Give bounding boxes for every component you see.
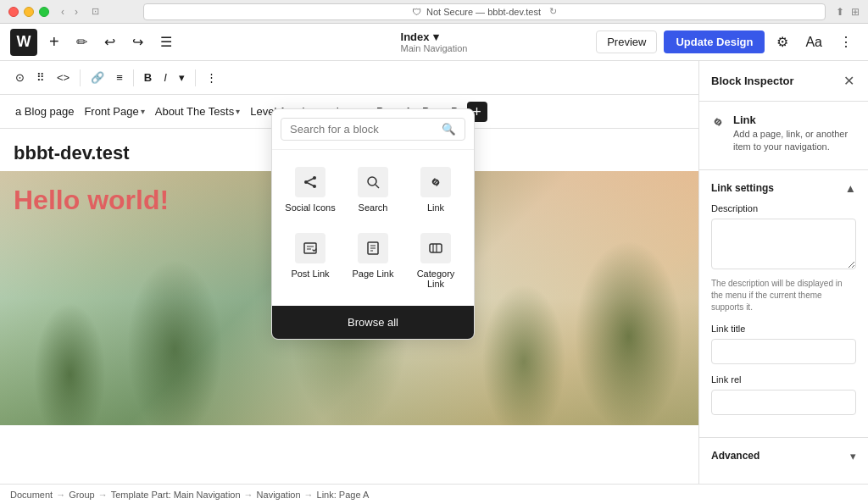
status-template-part[interactable]: Template Part: Main Navigation <box>111 490 241 500</box>
page-link-label: Page Link <box>353 269 394 279</box>
link-block-label: Link <box>427 202 444 213</box>
code-view-button[interactable]: <> <box>52 68 75 87</box>
search-block-label: Search <box>359 202 388 213</box>
undo-button[interactable]: ↩ <box>99 30 120 53</box>
advanced-toggle[interactable]: ▾ <box>850 450 856 462</box>
link-info-desc: Add a page, link, or another item to you… <box>733 128 856 154</box>
minimize-traffic-light[interactable] <box>24 7 34 17</box>
svg-line-6 <box>376 185 379 188</box>
list-view-button[interactable]: ☰ <box>155 30 177 53</box>
description-label: Description <box>711 203 856 213</box>
link-rel-input[interactable] <box>711 390 856 415</box>
settings-button[interactable]: ⚙ <box>771 30 793 53</box>
nav-item-blog[interactable]: a Blog page <box>14 102 75 121</box>
link-info-text: Link Add a page, link, or another item t… <box>733 114 856 154</box>
maximize-traffic-light[interactable] <box>39 7 49 17</box>
post-link-block[interactable]: Post Link <box>281 224 340 297</box>
link-title-input[interactable] <box>711 339 856 364</box>
status-group[interactable]: Group <box>69 490 95 500</box>
hello-world-text[interactable]: Hello world! <box>14 185 169 216</box>
mac-titlebar: ‹ › ⊡ 🛡 Not Secure — bbbt-dev.test ↻ ⬆ ⊞ <box>0 0 868 24</box>
link-settings-section: Link settings ▲ Description The descript… <box>699 170 868 438</box>
bold-button[interactable]: B <box>139 68 157 87</box>
wp-editor: W + ✏ ↩ ↪ ☰ Index ▾ Main Navigation Prev… <box>0 24 868 504</box>
block-search-input[interactable] <box>290 123 442 136</box>
description-field: Description The description will be disp… <box>711 203 856 313</box>
status-link-page-a[interactable]: Link: Page A <box>317 490 370 500</box>
indent-button[interactable]: ≡ <box>111 68 128 87</box>
wp-logo[interactable]: W <box>10 29 37 56</box>
page-title-button[interactable]: Index ▾ <box>401 30 468 43</box>
status-sep-3: → <box>244 490 253 500</box>
link-block-icon <box>420 167 451 197</box>
update-design-button[interactable]: Update Design <box>664 30 765 53</box>
link-info: Link Add a page, link, or another item t… <box>711 114 856 154</box>
status-sep-4: → <box>304 490 314 500</box>
status-sep-1: → <box>56 490 65 500</box>
separator-3 <box>195 69 196 86</box>
link-rel-label: Link rel <box>711 374 856 385</box>
close-traffic-light[interactable] <box>8 7 19 17</box>
link-settings-toggle[interactable]: ▲ <box>845 182 856 195</box>
font-size-button[interactable]: Aa <box>800 31 827 53</box>
page-title-text: Index <box>401 30 430 43</box>
wp-main: ⊙ ⠿ <> 🔗 ≡ B I ▾ ⋮ a Blog page Front Pag… <box>0 61 868 484</box>
advanced-label: Advanced <box>711 450 760 462</box>
block-inserter-popup: 🔍 Social Icons Search <box>271 108 475 340</box>
italic-button[interactable]: I <box>159 68 172 87</box>
advanced-section: Advanced ▾ <box>699 438 868 474</box>
reload-icon: ↻ <box>549 6 557 17</box>
nav-item-front-page[interactable]: Front Page ▾ <box>82 102 146 121</box>
tools-button[interactable]: ✏ <box>71 30 92 53</box>
link-block[interactable]: Link <box>406 158 465 221</box>
about-arrow: ▾ <box>236 107 240 116</box>
category-link-block[interactable]: Category Link <box>406 224 465 297</box>
add-block-button[interactable]: + <box>44 29 64 55</box>
social-icons-block[interactable]: Social Icons <box>281 158 340 221</box>
block-type-button[interactable]: ⊙ <box>10 68 30 87</box>
page-link-block[interactable]: Page Link <box>343 224 403 297</box>
link-button[interactable]: 🔗 <box>86 68 109 87</box>
block-grid: Social Icons Search Link <box>272 150 474 306</box>
drag-handle[interactable]: ⠿ <box>31 68 50 87</box>
browse-all-button[interactable]: Browse all <box>272 306 474 339</box>
new-tab-button[interactable]: ⊞ <box>851 6 860 18</box>
page-subtitle: Main Navigation <box>401 43 468 53</box>
post-link-label: Post Link <box>291 269 329 279</box>
post-link-icon <box>295 233 326 263</box>
options-button[interactable]: ⋮ <box>201 68 222 87</box>
toolbar-center: Index ▾ Main Navigation <box>401 30 468 53</box>
status-document[interactable]: Document <box>10 490 53 500</box>
status-navigation[interactable]: Navigation <box>257 490 301 500</box>
preview-button[interactable]: Preview <box>596 30 657 53</box>
forward-button[interactable]: › <box>71 4 81 19</box>
inserter-search-area: 🔍 <box>272 109 474 150</box>
description-help: The description will be displayed in the… <box>711 278 856 313</box>
link-rel-field: Link rel <box>711 374 856 415</box>
more-options-button[interactable]: ⋮ <box>834 30 858 53</box>
panel-close-button[interactable]: ✕ <box>842 71 856 91</box>
browser-nav: ‹ › <box>58 4 81 19</box>
panel-title: Block Inspector <box>711 75 794 87</box>
link-title-field: Link title <box>711 324 856 364</box>
status-bar: Document → Group → Template Part: Main N… <box>0 484 868 504</box>
svg-point-5 <box>368 177 376 186</box>
security-icon: 🛡 <box>412 7 421 17</box>
window-control[interactable]: ⊡ <box>86 4 104 19</box>
nav-item-about[interactable]: About The Tests ▾ <box>153 102 242 121</box>
share-browser-button[interactable]: ⬆ <box>836 6 844 18</box>
front-page-arrow: ▾ <box>141 107 145 116</box>
category-link-icon <box>420 233 451 263</box>
svg-line-4 <box>306 182 314 186</box>
block-inspector-panel: Block Inspector ✕ Link Add a page, link,… <box>698 61 868 484</box>
url-bar[interactable]: 🛡 Not Secure — bbbt-dev.test ↻ <box>143 3 826 20</box>
link-info-title: Link <box>733 114 856 126</box>
search-block[interactable]: Search <box>343 158 403 221</box>
search-block-icon <box>358 167 388 197</box>
block-search-icon[interactable]: 🔍 <box>442 123 456 136</box>
more-rich-text[interactable]: ▾ <box>174 68 190 87</box>
back-button[interactable]: ‹ <box>58 4 68 19</box>
description-textarea[interactable] <box>711 219 856 269</box>
social-icons-label: Social Icons <box>285 202 335 213</box>
redo-button[interactable]: ↪ <box>127 30 148 53</box>
